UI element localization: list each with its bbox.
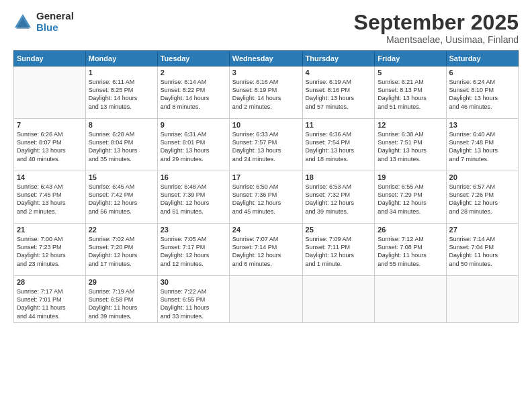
day-info: Sunrise: 6:55 AM Sunset: 7:29 PM Dayligh… xyxy=(378,183,443,216)
weekday-header-thursday: Thursday xyxy=(302,51,375,66)
day-info: Sunrise: 6:19 AM Sunset: 8:16 PM Dayligh… xyxy=(306,78,372,111)
weekday-header-friday: Friday xyxy=(375,51,446,66)
day-number: 1 xyxy=(89,68,154,77)
day-info: Sunrise: 6:28 AM Sunset: 8:04 PM Dayligh… xyxy=(89,130,154,163)
calendar-cell: 21Sunrise: 7:00 AM Sunset: 7:23 PM Dayli… xyxy=(14,224,86,276)
day-info: Sunrise: 6:26 AM Sunset: 8:07 PM Dayligh… xyxy=(17,130,83,163)
day-number: 27 xyxy=(449,226,515,234)
calendar-cell: 1Sunrise: 6:11 AM Sunset: 8:25 PM Daylig… xyxy=(85,66,157,119)
calendar-cell: 12Sunrise: 6:38 AM Sunset: 7:51 PM Dayli… xyxy=(375,119,446,171)
day-number: 30 xyxy=(161,278,226,286)
calendar-cell: 23Sunrise: 7:05 AM Sunset: 7:17 PM Dayli… xyxy=(157,224,229,276)
day-info: Sunrise: 6:14 AM Sunset: 8:22 PM Dayligh… xyxy=(161,78,226,111)
weekday-header-monday: Monday xyxy=(85,51,157,66)
calendar-cell: 25Sunrise: 7:09 AM Sunset: 7:11 PM Dayli… xyxy=(302,224,375,276)
logo-general-text: General xyxy=(36,11,74,22)
calendar-cell xyxy=(375,276,446,323)
day-number: 19 xyxy=(378,173,443,181)
calendar-cell: 18Sunrise: 6:53 AM Sunset: 7:32 PM Dayli… xyxy=(302,171,375,224)
calendar-table: SundayMondayTuesdayWednesdayThursdayFrid… xyxy=(13,50,519,323)
day-info: Sunrise: 7:22 AM Sunset: 6:55 PM Dayligh… xyxy=(161,287,226,320)
weekday-header-wednesday: Wednesday xyxy=(229,51,302,66)
calendar-cell: 16Sunrise: 6:48 AM Sunset: 7:39 PM Dayli… xyxy=(157,171,229,224)
day-number: 17 xyxy=(232,173,300,181)
calendar-cell: 5Sunrise: 6:21 AM Sunset: 8:13 PM Daylig… xyxy=(375,66,446,119)
day-info: Sunrise: 7:14 AM Sunset: 7:04 PM Dayligh… xyxy=(449,235,515,268)
header: General Blue September 2025 Maentsaelae,… xyxy=(13,11,519,45)
day-info: Sunrise: 7:09 AM Sunset: 7:11 PM Dayligh… xyxy=(306,235,372,268)
day-number: 12 xyxy=(378,121,443,129)
calendar-cell: 14Sunrise: 6:43 AM Sunset: 7:45 PM Dayli… xyxy=(14,171,86,224)
weekday-header-row: SundayMondayTuesdayWednesdayThursdayFrid… xyxy=(14,51,519,66)
day-info: Sunrise: 6:21 AM Sunset: 8:13 PM Dayligh… xyxy=(378,78,443,111)
day-info: Sunrise: 7:12 AM Sunset: 7:08 PM Dayligh… xyxy=(378,235,443,268)
day-info: Sunrise: 6:57 AM Sunset: 7:26 PM Dayligh… xyxy=(449,183,515,216)
day-number: 16 xyxy=(161,173,226,181)
day-info: Sunrise: 7:19 AM Sunset: 6:58 PM Dayligh… xyxy=(89,287,154,320)
calendar-page: General Blue September 2025 Maentsaelae,… xyxy=(0,0,532,411)
day-number: 3 xyxy=(232,68,300,77)
calendar-cell: 19Sunrise: 6:55 AM Sunset: 7:29 PM Dayli… xyxy=(375,171,446,224)
day-number: 24 xyxy=(232,226,300,234)
calendar-cell: 7Sunrise: 6:26 AM Sunset: 8:07 PM Daylig… xyxy=(14,119,86,171)
day-number: 29 xyxy=(89,278,154,286)
month-title: September 2025 xyxy=(354,11,519,34)
day-number: 28 xyxy=(17,278,83,286)
day-info: Sunrise: 6:16 AM Sunset: 8:19 PM Dayligh… xyxy=(232,78,300,111)
logo-icon xyxy=(13,13,32,32)
day-info: Sunrise: 6:24 AM Sunset: 8:10 PM Dayligh… xyxy=(449,78,515,111)
calendar-cell: 13Sunrise: 6:40 AM Sunset: 7:48 PM Dayli… xyxy=(446,119,518,171)
calendar-cell: 15Sunrise: 6:45 AM Sunset: 7:42 PM Dayli… xyxy=(85,171,157,224)
calendar-cell: 11Sunrise: 6:36 AM Sunset: 7:54 PM Dayli… xyxy=(302,119,375,171)
logo-blue-text: Blue xyxy=(36,22,74,34)
day-number: 14 xyxy=(17,173,83,181)
day-info: Sunrise: 6:40 AM Sunset: 7:48 PM Dayligh… xyxy=(449,130,515,163)
day-number: 9 xyxy=(161,121,226,129)
calendar-cell: 3Sunrise: 6:16 AM Sunset: 8:19 PM Daylig… xyxy=(229,66,302,119)
day-info: Sunrise: 6:50 AM Sunset: 7:36 PM Dayligh… xyxy=(232,183,300,216)
day-info: Sunrise: 6:38 AM Sunset: 7:51 PM Dayligh… xyxy=(378,130,443,163)
day-info: Sunrise: 6:53 AM Sunset: 7:32 PM Dayligh… xyxy=(306,183,372,216)
calendar-cell xyxy=(302,276,375,323)
weekday-header-tuesday: Tuesday xyxy=(157,51,229,66)
day-number: 2 xyxy=(161,68,226,77)
week-row-3: 14Sunrise: 6:43 AM Sunset: 7:45 PM Dayli… xyxy=(14,171,519,224)
day-number: 25 xyxy=(306,226,372,234)
day-number: 26 xyxy=(378,226,443,234)
day-info: Sunrise: 7:05 AM Sunset: 7:17 PM Dayligh… xyxy=(161,235,226,268)
logo-text: General Blue xyxy=(36,11,74,33)
day-info: Sunrise: 6:48 AM Sunset: 7:39 PM Dayligh… xyxy=(161,183,226,216)
day-info: Sunrise: 6:11 AM Sunset: 8:25 PM Dayligh… xyxy=(89,78,154,111)
week-row-5: 28Sunrise: 7:17 AM Sunset: 7:01 PM Dayli… xyxy=(14,276,519,323)
day-info: Sunrise: 6:31 AM Sunset: 8:01 PM Dayligh… xyxy=(161,130,226,163)
calendar-cell: 17Sunrise: 6:50 AM Sunset: 7:36 PM Dayli… xyxy=(229,171,302,224)
weekday-header-saturday: Saturday xyxy=(446,51,518,66)
calendar-cell: 8Sunrise: 6:28 AM Sunset: 8:04 PM Daylig… xyxy=(85,119,157,171)
calendar-cell xyxy=(229,276,302,323)
day-info: Sunrise: 7:17 AM Sunset: 7:01 PM Dayligh… xyxy=(17,287,83,320)
day-info: Sunrise: 7:07 AM Sunset: 7:14 PM Dayligh… xyxy=(232,235,300,268)
calendar-cell: 22Sunrise: 7:02 AM Sunset: 7:20 PM Dayli… xyxy=(85,224,157,276)
day-info: Sunrise: 7:02 AM Sunset: 7:20 PM Dayligh… xyxy=(89,235,154,268)
week-row-4: 21Sunrise: 7:00 AM Sunset: 7:23 PM Dayli… xyxy=(14,224,519,276)
week-row-2: 7Sunrise: 6:26 AM Sunset: 8:07 PM Daylig… xyxy=(14,119,519,171)
day-number: 11 xyxy=(306,121,372,129)
calendar-cell: 28Sunrise: 7:17 AM Sunset: 7:01 PM Dayli… xyxy=(14,276,86,323)
title-block: September 2025 Maentsaelae, Uusimaa, Fin… xyxy=(354,11,519,45)
day-number: 10 xyxy=(232,121,300,129)
calendar-cell xyxy=(446,276,518,323)
calendar-cell: 24Sunrise: 7:07 AM Sunset: 7:14 PM Dayli… xyxy=(229,224,302,276)
calendar-cell: 4Sunrise: 6:19 AM Sunset: 8:16 PM Daylig… xyxy=(302,66,375,119)
weekday-header-sunday: Sunday xyxy=(14,51,86,66)
day-number: 4 xyxy=(306,68,372,77)
calendar-cell: 30Sunrise: 7:22 AM Sunset: 6:55 PM Dayli… xyxy=(157,276,229,323)
day-number: 20 xyxy=(449,173,515,181)
calendar-cell: 2Sunrise: 6:14 AM Sunset: 8:22 PM Daylig… xyxy=(157,66,229,119)
day-info: Sunrise: 6:43 AM Sunset: 7:45 PM Dayligh… xyxy=(17,183,83,216)
calendar-cell: 20Sunrise: 6:57 AM Sunset: 7:26 PM Dayli… xyxy=(446,171,518,224)
location-subtitle: Maentsaelae, Uusimaa, Finland xyxy=(354,34,519,45)
calendar-cell: 26Sunrise: 7:12 AM Sunset: 7:08 PM Dayli… xyxy=(375,224,446,276)
day-number: 8 xyxy=(89,121,154,129)
day-number: 5 xyxy=(378,68,443,77)
day-number: 18 xyxy=(306,173,372,181)
